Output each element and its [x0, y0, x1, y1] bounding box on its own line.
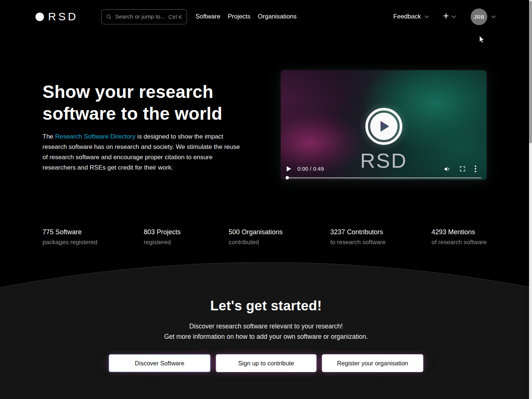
sign-up-to-contribute-button[interactable]: Sign up to contribute — [216, 354, 317, 372]
get-started-line1: Discover research software relevant to y… — [0, 323, 532, 330]
nav-link-organisations[interactable]: Organisations — [254, 10, 300, 23]
discover-software-button[interactable]: Discover Software — [109, 354, 211, 372]
account-menu-button[interactable]: JRB — [471, 8, 495, 25]
video-play-overlay-icon[interactable] — [365, 108, 402, 145]
mouse-cursor — [479, 35, 485, 44]
stat-subtitle: packages registered — [42, 239, 144, 246]
stat-title: 500 Organisations — [229, 228, 330, 236]
chevron-down-icon — [491, 14, 495, 18]
register-your-organisation-button[interactable]: Register your organisation — [322, 354, 423, 372]
stat-subtitle: to research software — [330, 239, 432, 246]
add-menu-button[interactable]: + — [443, 12, 455, 21]
plus-icon: + — [443, 11, 449, 21]
stat-subtitle: contributed — [229, 239, 330, 246]
video-progress-thumb[interactable] — [286, 176, 289, 180]
stat-title: 803 Projects — [144, 228, 229, 236]
page: RSD Search or jump to... Ctrl K Software… — [0, 0, 532, 399]
logo-dot-icon — [35, 13, 44, 21]
play-overlay-circle — [370, 113, 398, 140]
rsd-logo[interactable]: RSD — [35, 10, 78, 23]
stat-projects: 803 Projects registered — [144, 228, 229, 246]
hero-title: Show your research software to the world — [42, 81, 253, 125]
video-volume-icon[interactable] — [439, 164, 455, 174]
video-fullscreen-icon[interactable] — [455, 164, 470, 174]
search-icon — [106, 14, 112, 20]
nav-link-software[interactable]: Software — [192, 10, 224, 23]
scrollbar-track[interactable] — [529, 0, 532, 399]
search-placeholder: Search or jump to... — [115, 13, 165, 20]
stat-subtitle: registered — [144, 239, 229, 246]
chevron-down-icon — [451, 14, 456, 18]
header: RSD Search or jump to... Ctrl K Software… — [0, 0, 532, 33]
scrollbar-thumb[interactable] — [529, 1, 532, 143]
logo-text: RSD — [48, 10, 78, 23]
video-time-display: 0:00 / 0:49 — [297, 166, 324, 172]
search-shortcut-hint: Ctrl K — [168, 14, 183, 20]
avatar[interactable]: JRB — [471, 8, 487, 25]
video-controls: 0:00 / 0:49 — [281, 163, 487, 175]
research-software-directory-link[interactable]: Research Software Directory — [55, 133, 135, 140]
header-right: Feedback + JRB — [393, 8, 495, 25]
video-player[interactable]: RSD 0:00 / 0:49 — [281, 70, 487, 180]
video-overflow-menu-icon[interactable] — [470, 164, 481, 174]
search-input[interactable]: Search or jump to... Ctrl K — [101, 9, 187, 24]
feedback-menu-button[interactable]: Feedback — [393, 13, 429, 20]
stat-title: 4293 Mentions — [432, 228, 490, 236]
get-started-buttons: Discover Software Sign up to contribute … — [109, 354, 423, 372]
hero-paragraph: TheResearch Software Directoryis designe… — [42, 132, 245, 173]
stat-software: 775 Software packages registered — [42, 228, 144, 246]
main-nav: Software Projects Organisations — [192, 10, 300, 23]
stat-title: 775 Software — [42, 228, 144, 236]
stat-subtitle: of research software — [432, 239, 490, 246]
get-started-line2: Get more information on how to add your … — [0, 333, 532, 341]
stat-title: 3237 Contributors — [330, 228, 432, 236]
stat-organisations: 500 Organisations contributed — [229, 228, 330, 246]
hero-paragraph-prefix: The — [42, 133, 53, 140]
stat-mentions: 4293 Mentions of research software — [432, 228, 490, 246]
get-started-title: Let's get started! — [0, 298, 532, 314]
video-progress-bar[interactable] — [286, 177, 481, 179]
section-curve — [0, 262, 532, 399]
feedback-label: Feedback — [393, 13, 421, 20]
stat-contributors: 3237 Contributors to research software — [330, 228, 432, 246]
play-triangle-icon — [381, 121, 389, 132]
video-play-button-icon[interactable] — [287, 166, 291, 171]
nav-link-projects[interactable]: Projects — [224, 10, 254, 23]
stats-row: 775 Software packages registered 803 Pro… — [42, 228, 490, 246]
chevron-down-icon — [425, 14, 429, 18]
